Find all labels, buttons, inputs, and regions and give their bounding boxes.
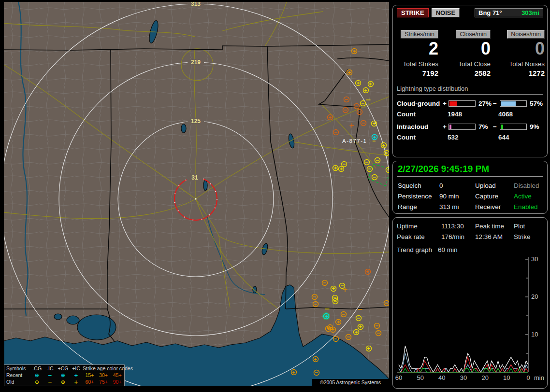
legend-header-CG: +CG [57,365,70,372]
copyright-label: ©2005 Astrogenic Systems [312,379,389,386]
legend-symbol-2: ⊕ [57,379,70,386]
rate-value-3: 0 [535,40,545,58]
count-label: Count [397,111,448,118]
status-value: Enabled [514,203,542,210]
legend-symbol-0: ⊖ [30,379,43,386]
status-label: Squelch [398,182,439,189]
receiver-status-grid: Squelch0UploadDisabledPersistence90 minC… [393,177,547,210]
stat-label: 12:36 AM [475,233,514,240]
distribution-row-2: Intracloud+7%−9% [397,123,543,130]
strike-cp-cyan [322,312,330,320]
svg-text:30: 30 [531,255,538,263]
stat-label: Peak time [475,223,514,230]
stat-label: Peak rate [397,233,441,240]
rate-value-1: 2 [429,40,438,58]
strike-counter-panel: STRIKE NOISE Bng 71° 303mi Strikes/min2T… [392,5,548,157]
status-label: Range [398,203,439,210]
negative-bar [500,124,527,130]
trend-series-neg_cg [399,353,528,372]
svg-text:10: 10 [503,374,510,381]
uptime-stats-grid: Uptime1113:30Peak timePlotPeak rate176/m… [393,218,547,240]
legend-symbol-3: + [70,379,83,386]
count-row-2: Count532644 [397,134,543,141]
rate-badge-1[interactable]: Strikes/min [401,30,438,39]
counter-column-1: Strikes/min2Total Strikes7192 [396,30,438,77]
noise-button[interactable]: NOISE [432,8,460,17]
legend-age-60: 60+ [83,379,97,386]
legend-age-90: 90+ [110,379,124,386]
legend-age-header: Strike age color codes [83,365,124,372]
ring-label-313: 313 [191,2,201,7]
status-label: Capture [475,193,514,200]
stat-value: 1113:30 [441,223,475,230]
total-value-1: 7192 [422,69,438,77]
legend-age-15: 15+ [83,372,97,378]
svg-text:A-877-1: A-877-1 [342,138,367,144]
status-panel: 2/27/2026 9:45:19 PM Squelch0UploadDisab… [392,161,548,214]
plus-sign: + [443,123,449,130]
strike-button[interactable]: STRIKE [397,8,429,17]
distribution-title: Lightning type distribution [397,85,543,95]
legend-symbol-3: + [70,372,83,378]
plus-sign: + [443,100,449,107]
rate-badge-3[interactable]: Noises/min [507,30,545,39]
status-value: 0 [439,182,475,189]
total-label-3: Total Noises [509,60,545,68]
stat-value: Strike [514,233,543,240]
rate-badge-2[interactable]: Close/min [456,30,491,39]
counter-column-2: Close/min0Total Close2582 [438,30,491,77]
svg-text:30: 30 [460,374,467,381]
minus-sign: − [493,123,500,130]
legend-symbol-1: − [43,379,57,386]
negative-bar [500,100,527,107]
rate-value-2: 0 [481,40,491,58]
count-row-1: Count19484068 [397,111,543,118]
legend-symbol-2: ⊕ [57,372,70,378]
svg-text:20: 20 [481,374,488,381]
status-label: Persistence [398,193,439,200]
legend-symbol-1: − [43,372,57,378]
stat-value: Plot [514,223,543,230]
positive-bar-fill [449,125,451,129]
ring-label-125: 125 [191,118,201,125]
legend-header-Symbols: Symbols [4,365,30,372]
distribution-row-1: Cloud-ground+27%−57% [397,100,543,107]
negative-percent: 9% [527,123,543,130]
trend-graph-window: 60 min [438,246,543,253]
negative-bar-fill [501,101,516,106]
legend-row-old: Old [4,379,30,386]
status-value: Active [514,193,542,200]
minus-sign: − [493,100,500,107]
station-marker [195,198,196,199]
count-label: Count [397,134,448,141]
distribution-type-name: Intracloud [397,123,443,130]
positive-percent: 7% [476,123,493,130]
legend-header-IC: -IC [43,365,57,372]
status-value: Disabled [514,182,542,189]
trend-graph: 1020306050403020100min [395,254,546,381]
negative-bar-fill [501,125,503,129]
distribution-type-name: Cloud-ground [397,100,443,107]
positive-percent: 27% [476,100,493,107]
total-label-1: Total Strikes [403,60,438,68]
svg-text:10: 10 [531,331,538,338]
lightning-map[interactable]: 31321912531 A-877-1 − Symbols-CG-IC+CG+I… [4,2,389,386]
bearing-range-display: Bng 71° 303mi [475,8,543,17]
svg-text:0: 0 [526,374,530,381]
total-value-2: 2582 [475,69,491,77]
svg-text:min: min [534,374,544,381]
legend-header-IC: +IC [70,365,83,372]
svg-text:20: 20 [531,293,538,300]
stat-label: Uptime [397,223,441,230]
trend-series-pos_cg [399,357,528,372]
status-label: Receiver [475,203,514,210]
negative-count: 644 [498,134,543,141]
datetime-display: 2/27/2026 9:45:19 PM [397,161,543,177]
status-value: 90 min [439,193,475,200]
legend-age-45: 45+ [110,372,124,378]
positive-bar-fill [449,101,457,106]
status-value: 313 mi [439,203,475,210]
positive-bar [449,124,476,130]
stat-value: 176/min [441,233,475,240]
svg-text:40: 40 [438,374,445,381]
